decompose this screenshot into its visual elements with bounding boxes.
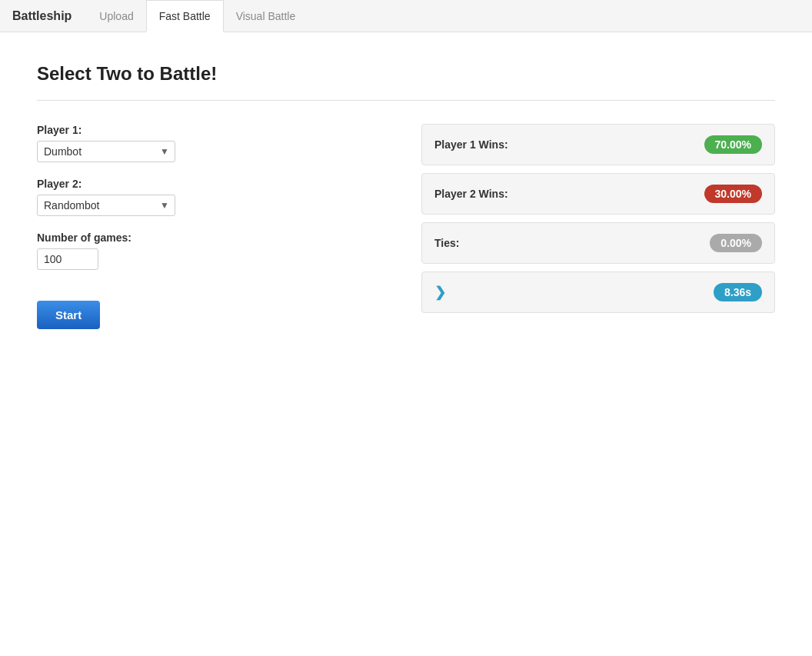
player1-select[interactable]: Dumbot Randombot Smartbot xyxy=(37,141,175,162)
tab-upload[interactable]: Upload xyxy=(87,0,145,32)
player1-wins-box: Player 1 Wins: 70.00% xyxy=(421,124,775,165)
app-brand: Battleship xyxy=(12,9,72,23)
time-box: ❯ 8.36s xyxy=(421,271,775,313)
chevron-right-icon: ❯ xyxy=(434,284,446,301)
player2-label: Player 2: xyxy=(37,178,391,190)
left-panel: Player 1: Dumbot Randombot Smartbot ▼ Pl… xyxy=(37,124,391,329)
num-games-input[interactable] xyxy=(37,248,98,270)
ties-box: Ties: 0.00% xyxy=(421,222,775,264)
navbar: Battleship Upload Fast Battle Visual Bat… xyxy=(0,0,812,32)
page-title: Select Two to Battle! xyxy=(37,63,775,85)
player1-select-wrapper: Dumbot Randombot Smartbot ▼ xyxy=(37,141,175,162)
player1-label: Player 1: xyxy=(37,124,391,136)
player2-wins-badge: 30.00% xyxy=(704,185,762,203)
player1-wins-badge: 70.00% xyxy=(704,135,762,154)
start-button[interactable]: Start xyxy=(37,301,100,329)
tab-fast-battle[interactable]: Fast Battle xyxy=(146,0,224,32)
content-grid: Player 1: Dumbot Randombot Smartbot ▼ Pl… xyxy=(37,124,775,329)
time-badge: 8.36s xyxy=(714,283,762,301)
right-panel: Player 1 Wins: 70.00% Player 2 Wins: 30.… xyxy=(421,124,775,313)
ties-label: Ties: xyxy=(434,237,459,249)
player1-wins-label: Player 1 Wins: xyxy=(434,138,508,151)
player2-select-wrapper: Dumbot Randombot Smartbot ▼ xyxy=(37,195,175,216)
player2-wins-box: Player 2 Wins: 30.00% xyxy=(421,173,775,215)
main-content: Select Two to Battle! Player 1: Dumbot R… xyxy=(14,32,798,360)
ties-badge: 0.00% xyxy=(710,234,762,252)
num-games-label: Number of games: xyxy=(37,231,391,244)
divider xyxy=(37,100,775,101)
player2-group: Player 2: Dumbot Randombot Smartbot ▼ xyxy=(37,178,391,216)
player2-wins-label: Player 2 Wins: xyxy=(434,188,508,200)
num-games-group: Number of games: xyxy=(37,231,391,270)
player1-group: Player 1: Dumbot Randombot Smartbot ▼ xyxy=(37,124,391,162)
player2-select[interactable]: Dumbot Randombot Smartbot xyxy=(37,195,175,216)
tab-visual-battle[interactable]: Visual Battle xyxy=(224,0,308,32)
